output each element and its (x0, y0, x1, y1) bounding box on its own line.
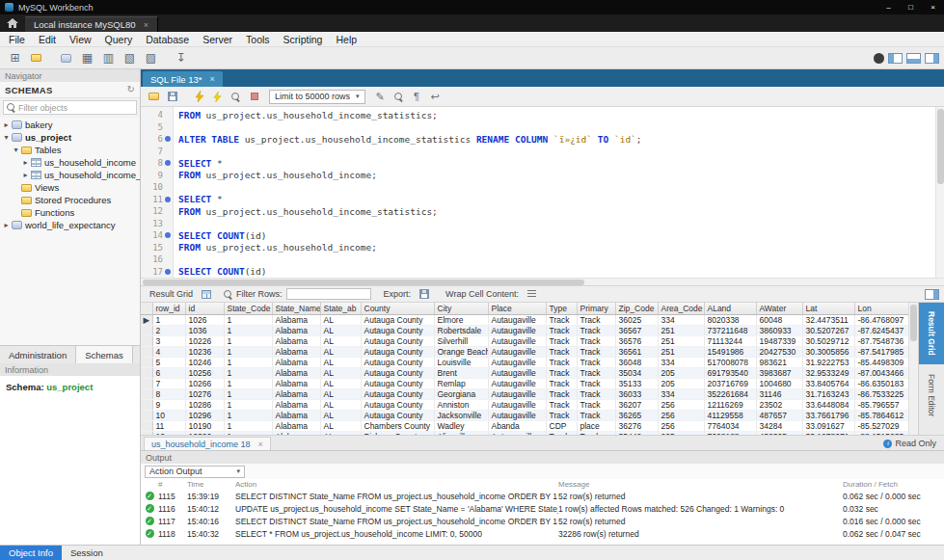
grid-cell[interactable]: 352261684 (704, 388, 756, 399)
code-line[interactable]: FROM us_project.us_household_income; (178, 170, 935, 182)
grid-cell[interactable]: Autauga County (361, 388, 434, 399)
grid-cell[interactable]: Alabama (272, 346, 320, 357)
grid-cell[interactable]: -87.5417985 (854, 346, 908, 357)
tree-item-world-life-expectancy[interactable]: ▸world_life_expectancy (0, 219, 140, 231)
row-selector[interactable] (141, 357, 152, 367)
column-header-primary[interactable]: Primary (577, 303, 615, 314)
grid-cell[interactable]: 71113244 (704, 335, 756, 346)
column-header-area-code[interactable]: Area_Code (658, 303, 704, 314)
status-tab-object-info[interactable]: Object Info (0, 546, 62, 560)
grid-cell[interactable]: 3 (152, 335, 185, 346)
current-row-marker[interactable]: ▶ (141, 314, 152, 325)
grid-cell[interactable]: 36025 (615, 314, 658, 325)
tree-item-tables[interactable]: ▾Tables (0, 144, 140, 156)
grid-cell[interactable]: 19487339 (756, 335, 802, 346)
table-row[interactable]: 9102861AlabamaALAutauga CountyAnnistonAu… (141, 399, 908, 410)
column-header-place[interactable]: Place (488, 303, 546, 314)
grid-cell[interactable]: Autauga County (361, 410, 434, 420)
grid-cell[interactable]: 256 (658, 399, 704, 410)
menu-tools[interactable]: Tools (239, 34, 277, 45)
tree-item-functions[interactable]: Functions (0, 206, 140, 219)
invisible-characters-icon[interactable]: ¶ (408, 89, 426, 105)
close-icon[interactable]: × (258, 440, 263, 449)
grid-cell[interactable]: 10236 (185, 346, 224, 357)
sidebar-tab-schemas[interactable]: Schemas (75, 346, 133, 363)
table-row[interactable]: 10102961AlabamaALAutauga CountyJacksonvi… (141, 410, 908, 420)
open-sql-script-icon[interactable] (26, 49, 46, 67)
code-line[interactable]: SELECT COUNT(id) (178, 266, 935, 279)
grid-cell[interactable]: AL (320, 335, 361, 346)
code-line[interactable] (178, 218, 935, 230)
action-output-dropdown[interactable]: Action Output ▾ (145, 466, 245, 478)
grid-cell[interactable]: AL (320, 378, 361, 388)
sql-code-editor[interactable]: 4567891011121314151617 FROM us_project.u… (141, 107, 944, 278)
grid-cell[interactable]: Track (546, 410, 577, 420)
grid-cell[interactable]: 33.6448084 (802, 399, 854, 410)
table-row[interactable]: 3102261AlabamaALAutauga CountySilverhill… (141, 335, 908, 346)
grid-cell[interactable]: Track (546, 378, 577, 388)
grid-cell[interactable]: 10286 (185, 399, 224, 410)
row-selector[interactable] (141, 367, 152, 378)
code-line[interactable]: FROM us_project.us_household_income; (178, 242, 935, 254)
grid-cell[interactable]: Elmore (434, 314, 488, 325)
grid-cell[interactable]: Autauga County (361, 325, 434, 335)
grid-cell[interactable]: Autaugaville (488, 410, 546, 420)
grid-cell[interactable]: 1004680 (756, 378, 802, 388)
code-line[interactable] (178, 121, 935, 134)
grid-cell[interactable]: Autauga County (361, 378, 434, 388)
menu-query[interactable]: Query (98, 34, 140, 45)
grid-cell[interactable]: 1036 (185, 325, 224, 335)
grid-cell[interactable]: 31.7163243 (802, 388, 854, 399)
grid-cell[interactable]: 1 (224, 314, 272, 325)
grid-cell[interactable]: Autaugaville (488, 335, 546, 346)
grid-cell[interactable]: 251 (658, 335, 704, 346)
grid-cell[interactable]: Track (546, 325, 577, 335)
table-row[interactable]: 8102761AlabamaALAutauga CountyGeorgianaA… (141, 388, 908, 399)
menu-scripting[interactable]: Scripting (277, 34, 330, 45)
grid-cell[interactable]: AL (320, 388, 361, 399)
filter-objects-input[interactable]: Filter objects (3, 100, 137, 115)
grid-cell[interactable]: Alabama (272, 410, 320, 420)
column-header-row-id[interactable]: row_id (152, 303, 185, 314)
grid-cell[interactable]: Georgiana (434, 388, 488, 399)
column-header-aland[interactable]: ALand (704, 303, 756, 314)
toggle-result-panel-icon[interactable] (925, 289, 939, 300)
grid-cell[interactable]: 256 (658, 420, 704, 431)
connection-status-icon[interactable] (874, 53, 884, 64)
grid-cell[interactable]: 203716769 (704, 378, 756, 388)
grid-cell[interactable]: Chambers County (361, 420, 434, 431)
menu-edit[interactable]: Edit (32, 34, 63, 45)
grid-cell[interactable]: CDP (546, 420, 577, 431)
column-header-state-code[interactable]: State_Code (224, 303, 272, 314)
editor-horizontal-scrollbar[interactable] (141, 278, 944, 286)
grid-cell[interactable]: 1 (224, 367, 272, 378)
grid-cell[interactable]: AL (320, 420, 361, 431)
grid-cell[interactable]: Alabama (272, 357, 320, 367)
column-header-state-name[interactable]: State_Name (272, 303, 320, 314)
grid-cell[interactable]: 30.5207267 (802, 325, 854, 335)
status-tab-session[interactable]: Session (62, 546, 112, 560)
grid-cell[interactable]: 487657 (756, 410, 802, 420)
stop-query-icon[interactable] (245, 89, 263, 105)
column-header-lon[interactable]: Lon (854, 303, 908, 314)
grid-cell[interactable]: 8 (152, 388, 185, 399)
grid-cell[interactable]: 983621 (756, 357, 802, 367)
row-selector[interactable] (141, 325, 152, 335)
grid-cell[interactable]: Alabama (272, 378, 320, 388)
tree-item-views[interactable]: Views (0, 181, 140, 194)
grid-vertical-scrollbar[interactable] (908, 303, 918, 435)
row-selector[interactable] (141, 346, 152, 357)
maximize-button[interactable]: □ (900, 0, 922, 14)
result-grid[interactable]: row_ididState_CodeState_NameState_abCoun… (141, 303, 908, 435)
grid-cell[interactable]: 10256 (185, 367, 224, 378)
grid-cell[interactable]: 36561 (615, 346, 658, 357)
grid-cell[interactable]: Autaugaville (488, 346, 546, 357)
grid-cell[interactable]: Autaugaville (488, 357, 546, 367)
export-recordset-icon[interactable] (415, 286, 433, 303)
sidebar-tab-administration[interactable]: Administration (0, 346, 75, 363)
grid-cell[interactable]: Track (546, 335, 577, 346)
grid-cell[interactable]: 251 (658, 325, 704, 335)
menu-view[interactable]: View (63, 34, 98, 45)
find-icon[interactable] (390, 89, 408, 105)
column-header-id[interactable]: id (185, 303, 224, 314)
